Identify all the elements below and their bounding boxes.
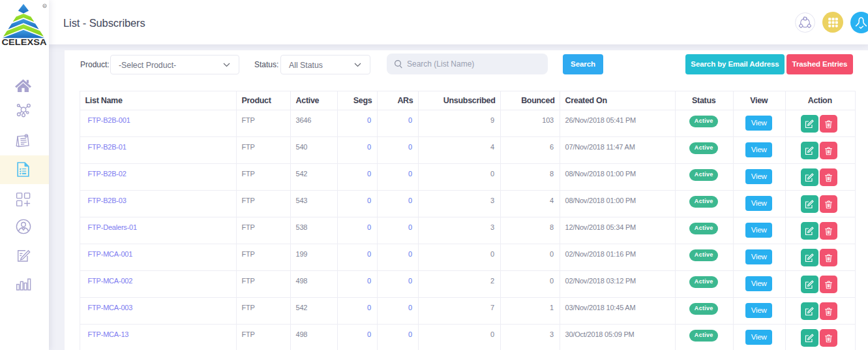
svg-text:R: R — [44, 5, 46, 8]
svg-text:CELEXSA: CELEXSA — [2, 38, 47, 46]
